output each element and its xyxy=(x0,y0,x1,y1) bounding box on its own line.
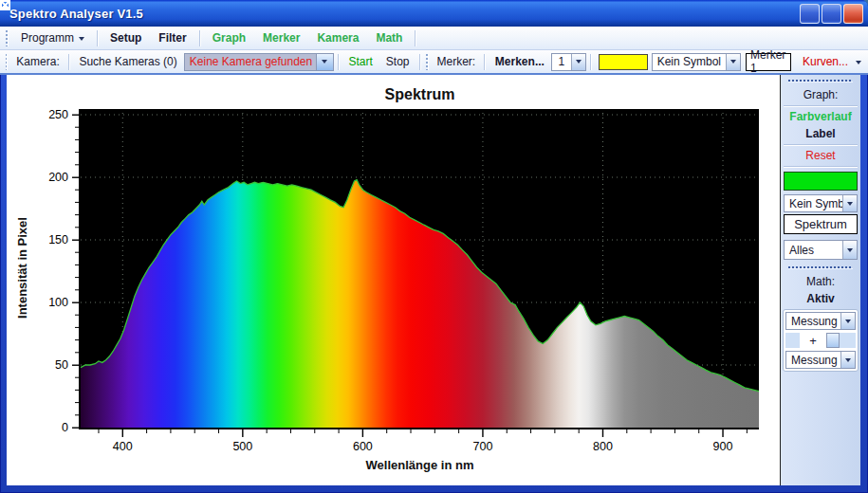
svg-text:150: 150 xyxy=(48,233,68,246)
menu-setup[interactable]: Setup xyxy=(102,29,150,46)
scope-select[interactable]: Alles xyxy=(784,240,858,260)
operand1-select[interactable]: Messung xyxy=(785,312,856,330)
separator xyxy=(784,105,858,106)
label-button[interactable]: Label xyxy=(783,125,859,142)
menu-kamera[interactable]: Kamera xyxy=(308,29,367,46)
toolbar-grip[interactable] xyxy=(426,54,428,70)
merken-button[interactable]: Merken... xyxy=(489,53,551,70)
camera-select[interactable]: Keine Kamera gefunden xyxy=(184,53,334,71)
separator xyxy=(338,54,339,70)
combo-arrow-button[interactable] xyxy=(840,352,855,368)
stop-button[interactable]: Stop xyxy=(379,53,416,70)
chevron-down-icon xyxy=(79,37,84,41)
minimize-button[interactable] xyxy=(800,4,820,24)
svg-text:500: 500 xyxy=(232,440,252,453)
chevron-down-icon xyxy=(845,320,851,323)
separator xyxy=(415,30,416,46)
merker-label: Merker: xyxy=(433,55,481,68)
chevron-down-icon xyxy=(730,60,736,64)
titlebar[interactable]: Spektro Analyser V1.5 xyxy=(0,0,868,27)
chart-panel: Spektrum Intensität in Pixel Wellenlänge… xyxy=(7,75,781,485)
menu-programm[interactable]: Programm xyxy=(12,29,93,46)
close-icon xyxy=(0,0,10,10)
operator-spacer xyxy=(785,333,800,348)
svg-text:700: 700 xyxy=(473,440,493,453)
chevron-down-icon xyxy=(845,358,851,362)
sidebar-grip[interactable] xyxy=(788,266,853,269)
combo-arrow-button[interactable] xyxy=(842,241,857,259)
kamera-label: Kamera: xyxy=(11,55,64,68)
svg-text:200: 200 xyxy=(48,171,68,184)
search-cameras-button[interactable]: Suche Kameras (0) xyxy=(72,53,183,70)
svg-text:0: 0 xyxy=(62,421,68,434)
sidebar: Graph: Farbverlauf Label Reset Kein Symb… xyxy=(781,75,860,485)
window-title: Spektro Analyser V1.5 xyxy=(9,7,143,21)
operator-row: + xyxy=(785,332,856,349)
svg-text:100: 100 xyxy=(48,296,68,309)
math-panel: Messung + Messung xyxy=(783,309,859,372)
svg-text:600: 600 xyxy=(353,440,373,453)
separator xyxy=(419,54,420,70)
svg-text:50: 50 xyxy=(55,358,68,372)
curve-color-swatch[interactable] xyxy=(784,172,858,191)
reset-button[interactable]: Reset xyxy=(783,147,859,164)
operator-select[interactable] xyxy=(826,333,840,348)
menu-filter[interactable]: Filter xyxy=(150,29,194,46)
menu-graph[interactable]: Graph xyxy=(204,29,254,46)
maximize-button[interactable] xyxy=(822,4,841,24)
spectrum-chart[interactable]: 050100150200250400500600700800900 xyxy=(7,75,780,484)
curve-symbol-select[interactable]: Kein Symbol xyxy=(784,194,858,212)
menubar-grip[interactable] xyxy=(6,30,9,46)
separator xyxy=(784,144,858,145)
aktiv-button[interactable]: Aktiv xyxy=(783,290,859,307)
math-section-label: Math: xyxy=(783,273,859,290)
marker-name-field[interactable]: Merker 1 xyxy=(746,53,791,71)
menu-math[interactable]: Math xyxy=(367,29,411,46)
graph-section-label: Graph: xyxy=(783,86,859,103)
toolbar: Kamera: Suche Kameras (0) Keine Kamera g… xyxy=(0,50,868,75)
chevron-down-icon xyxy=(576,60,582,64)
spacer xyxy=(783,235,859,239)
operator-spacer xyxy=(840,333,856,348)
marker-color-swatch[interactable] xyxy=(599,54,648,70)
chevron-down-icon xyxy=(856,61,861,64)
separator xyxy=(97,30,98,46)
kurven-button[interactable]: Kurven... xyxy=(796,53,868,70)
menubar: Programm Setup Filter Graph Merker Kamer… xyxy=(0,27,868,50)
marker-symbol-select[interactable]: Kein Symbol xyxy=(652,53,741,71)
combo-arrow-button[interactable] xyxy=(571,54,585,70)
separator xyxy=(590,54,591,70)
combo-arrow-button[interactable] xyxy=(840,313,855,329)
combo-arrow-button[interactable] xyxy=(842,195,857,211)
separator xyxy=(784,166,858,167)
svg-text:400: 400 xyxy=(113,440,133,453)
svg-text:800: 800 xyxy=(593,440,613,453)
start-button[interactable]: Start xyxy=(342,53,379,70)
svg-text:900: 900 xyxy=(713,440,733,453)
app-window: Spektro Analyser V1.5 Programm Setup Fil… xyxy=(0,0,868,493)
close-button[interactable] xyxy=(843,4,863,24)
farbverlauf-button[interactable]: Farbverlauf xyxy=(783,108,859,125)
chevron-down-icon xyxy=(322,60,327,64)
separator xyxy=(68,54,69,70)
operand2-select[interactable]: Messung xyxy=(785,351,856,369)
separator xyxy=(199,30,200,46)
combo-arrow-button[interactable] xyxy=(316,54,333,70)
combo-arrow-button[interactable] xyxy=(726,54,740,70)
chevron-down-icon xyxy=(847,202,853,206)
marker-number-select[interactable]: 1 xyxy=(551,53,586,71)
toolbar-grip[interactable] xyxy=(6,54,8,70)
menu-merker[interactable]: Merker xyxy=(254,29,308,46)
content-area: Spektrum Intensität in Pixel Wellenlänge… xyxy=(0,75,868,493)
separator xyxy=(484,54,485,70)
operator-value: + xyxy=(800,333,826,348)
window-controls xyxy=(800,4,863,24)
curve-name-field[interactable]: Spektrum xyxy=(784,214,858,234)
chevron-down-icon xyxy=(847,248,853,252)
svg-text:250: 250 xyxy=(48,108,68,121)
sidebar-grip[interactable] xyxy=(788,80,853,82)
